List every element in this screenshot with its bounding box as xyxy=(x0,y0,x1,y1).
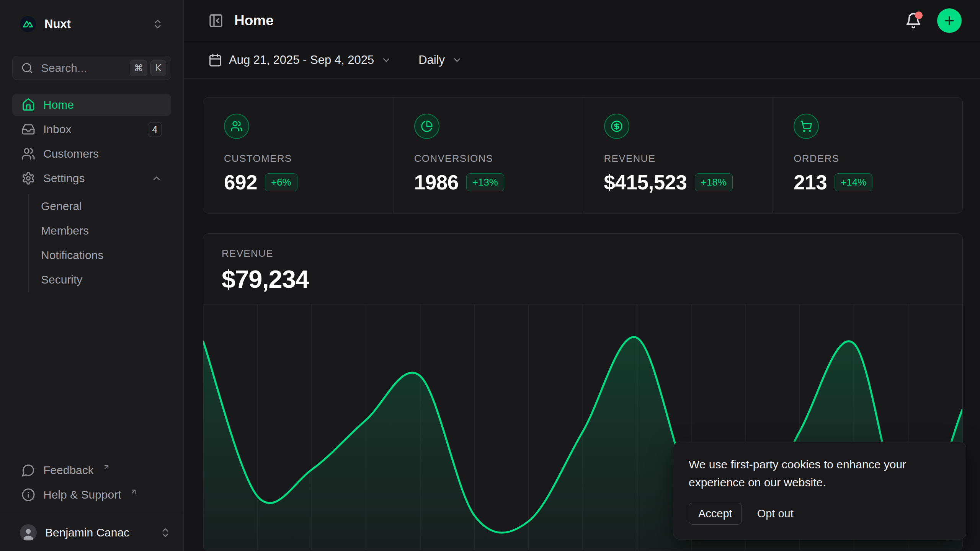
filters-toolbar: Aug 21, 2025 - Sep 4, 2025 Daily xyxy=(184,41,980,79)
sidebar-footer: Feedback Help & Support xyxy=(12,460,171,514)
home-icon xyxy=(21,98,35,112)
sidebar-item-home[interactable]: Home xyxy=(12,94,171,116)
help-support-label: Help & Support xyxy=(43,488,121,501)
search-icon xyxy=(21,62,33,74)
external-link-icon xyxy=(130,488,137,496)
help-support-link[interactable]: Help & Support xyxy=(12,484,171,505)
chevrons-up-down-icon xyxy=(160,527,171,538)
sidebar-item-inbox[interactable]: Inbox 4 xyxy=(12,118,171,140)
main-area: Home Aug 21, 2025 - Sep 4, 2025 xyxy=(184,0,980,551)
kbd-command: ⌘ xyxy=(130,60,147,76)
stats-card: CUSTOMERS 692 +6% CONVERSIONS 1986 +13% xyxy=(203,97,963,214)
sidebar-item-security[interactable]: Security xyxy=(41,267,171,292)
stat-label: REVENUE xyxy=(604,153,752,165)
workspace-selector[interactable]: Nuxt xyxy=(12,8,171,40)
calendar-icon xyxy=(208,53,222,67)
stat-delta-badge: +6% xyxy=(265,173,297,191)
page-header: Home xyxy=(184,0,980,41)
search-shortcut: ⌘ K xyxy=(130,60,166,76)
date-range-picker[interactable]: Aug 21, 2025 - Sep 4, 2025 xyxy=(208,53,392,67)
pie-chart-icon xyxy=(414,114,439,139)
plus-icon xyxy=(943,14,956,27)
chevron-up-icon xyxy=(151,173,162,184)
sidebar-item-general[interactable]: General xyxy=(41,194,171,218)
users-icon xyxy=(21,147,35,161)
period-select[interactable]: Daily xyxy=(418,53,462,67)
stat-customers[interactable]: CUSTOMERS 692 +6% xyxy=(203,98,393,213)
revenue-card-header: REVENUE $79,234 xyxy=(203,234,962,304)
workspace-name: Nuxt xyxy=(44,17,71,31)
inbox-icon xyxy=(21,122,35,136)
stat-revenue[interactable]: REVENUE $415,523 +18% xyxy=(583,98,773,213)
revenue-label: REVENUE xyxy=(222,248,944,259)
sidebar-item-notifications[interactable]: Notifications xyxy=(41,243,171,267)
chevron-down-icon xyxy=(452,55,462,65)
dollar-circle-icon xyxy=(604,114,629,139)
chat-bubble-icon xyxy=(21,463,35,477)
add-button[interactable] xyxy=(937,8,962,33)
sidebar-item-settings[interactable]: Settings xyxy=(12,167,171,189)
sidebar-item-customers[interactable]: Customers xyxy=(12,143,171,165)
cookie-message: We use first-party cookies to enhance yo… xyxy=(689,456,941,491)
notification-dot xyxy=(915,11,923,19)
stat-label: ORDERS xyxy=(794,153,942,165)
sidebar-item-label: Home xyxy=(43,98,74,111)
sidebar-item-label: Customers xyxy=(43,147,99,160)
chevrons-up-down-icon xyxy=(152,18,163,30)
header-actions xyxy=(905,8,962,33)
accept-button[interactable]: Accept xyxy=(689,503,742,525)
sidebar-item-members[interactable]: Members xyxy=(41,218,171,243)
sidebar: Nuxt Search... ⌘ K Home xyxy=(0,0,184,551)
date-range-value: Aug 21, 2025 - Sep 4, 2025 xyxy=(229,53,374,67)
feedback-label: Feedback xyxy=(43,464,94,477)
search-placeholder: Search... xyxy=(41,62,87,75)
dashboard-page: Nuxt Search... ⌘ K Home xyxy=(0,0,980,551)
inbox-unread-badge: 4 xyxy=(148,122,162,137)
stat-value: 1986 xyxy=(414,171,459,194)
stat-delta-badge: +18% xyxy=(695,173,733,191)
nuxt-logo-icon xyxy=(20,16,36,32)
user-menu[interactable]: Benjamin Canac xyxy=(0,514,183,551)
sidebar-item-label: Settings xyxy=(43,172,85,185)
search-input[interactable]: Search... ⌘ K xyxy=(12,56,171,80)
chevron-down-icon xyxy=(381,55,392,65)
kbd-k: K xyxy=(150,60,166,76)
opt-out-button[interactable]: Opt out xyxy=(757,507,794,520)
feedback-link[interactable]: Feedback xyxy=(12,460,171,481)
panel-left-close-icon[interactable] xyxy=(208,13,224,28)
cart-icon xyxy=(794,114,819,139)
stat-orders[interactable]: ORDERS 213 +14% xyxy=(773,98,962,213)
avatar xyxy=(20,524,37,541)
stat-conversions[interactable]: CONVERSIONS 1986 +13% xyxy=(393,98,583,213)
stat-label: CONVERSIONS xyxy=(414,153,562,165)
user-name: Benjamin Canac xyxy=(45,526,129,539)
stat-delta-badge: +14% xyxy=(835,173,872,191)
users-icon xyxy=(224,114,249,139)
stat-value: 692 xyxy=(224,171,257,194)
cookie-actions: Accept Opt out xyxy=(689,503,951,525)
cookie-banner: We use first-party cookies to enhance yo… xyxy=(673,442,966,540)
sidebar-nav: Home Inbox 4 Customers Settings xyxy=(12,94,171,292)
page-title: Home xyxy=(234,13,274,29)
stat-value: $415,523 xyxy=(604,171,687,194)
settings-subnav: General Members Notifications Security xyxy=(28,194,171,292)
notifications-button[interactable] xyxy=(905,12,922,29)
stat-delta-badge: +13% xyxy=(466,173,504,191)
period-value: Daily xyxy=(418,53,445,67)
gear-icon xyxy=(21,171,35,185)
stat-label: CUSTOMERS xyxy=(224,153,372,165)
external-link-icon xyxy=(103,463,110,471)
sidebar-item-label: Inbox xyxy=(43,123,71,136)
stat-value: 213 xyxy=(794,171,827,194)
info-icon xyxy=(21,488,35,502)
revenue-value: $79,234 xyxy=(222,265,944,293)
